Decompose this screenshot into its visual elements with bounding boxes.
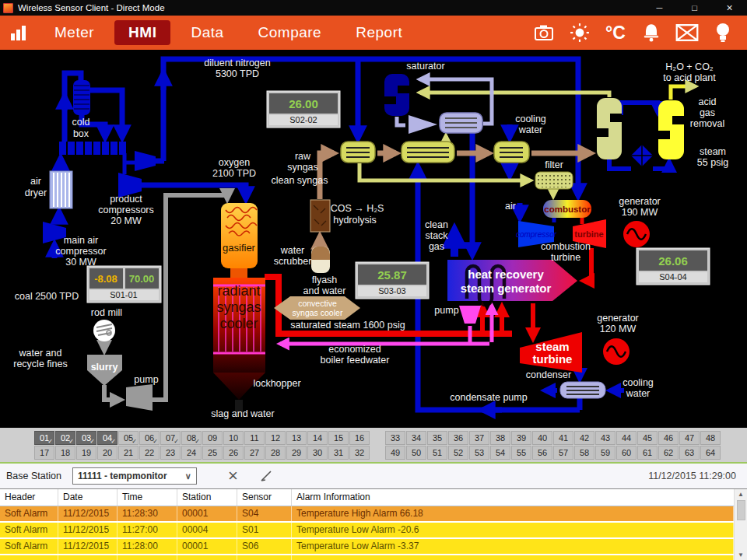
sensor-cell-58[interactable]: 58: [574, 446, 594, 460]
brightness-icon[interactable]: [566, 21, 593, 44]
sensor-cell-43[interactable]: 43: [595, 431, 615, 445]
sensor-cell-55[interactable]: 55: [511, 446, 531, 460]
sensor-cell-45[interactable]: 45: [637, 431, 658, 445]
sensor-cell-24[interactable]: 24: [181, 446, 202, 460]
alarm-row[interactable]: Soft Alarm11/12/201511:28:0000001S06Temp…: [0, 539, 734, 555]
mail-icon[interactable]: [674, 21, 700, 44]
alarm-col-header[interactable]: Sensor: [237, 489, 292, 506]
sensor-cell-60[interactable]: 60: [616, 446, 637, 460]
clear-selection-button[interactable]: ×: [228, 468, 238, 484]
sensor-cell-22[interactable]: 22: [139, 446, 160, 460]
sensor-cell-25[interactable]: 25: [202, 446, 223, 460]
vertical-scrollbar[interactable]: ▲ ▼: [734, 489, 747, 560]
sensor-cell-28[interactable]: 28: [265, 446, 286, 460]
minimize-button[interactable]: ─: [642, 0, 677, 16]
sensor-cell-12[interactable]: 12: [265, 431, 286, 445]
sensor-cell-63[interactable]: 63: [679, 446, 700, 460]
sensor-box-s03[interactable]: 25.87 S03-03: [356, 262, 429, 299]
camera-icon[interactable]: [531, 21, 557, 44]
alarm-col-header[interactable]: Header: [0, 489, 58, 506]
sensor-cell-19[interactable]: 19: [76, 446, 96, 460]
sensor-cell-01[interactable]: 01✓: [34, 431, 54, 445]
sensor-cell-51[interactable]: 51: [427, 446, 447, 460]
alarm-col-header[interactable]: Date: [58, 489, 117, 506]
menu-item-compare[interactable]: Compare: [244, 20, 336, 45]
sensor-cell-06[interactable]: 06✓: [139, 431, 160, 445]
sensor-cell-31[interactable]: 31: [328, 446, 349, 460]
edit-pencil-icon[interactable]: [258, 469, 274, 483]
sensor-cell-35[interactable]: 35: [427, 431, 447, 445]
sensor-cell-64[interactable]: 64: [700, 446, 721, 460]
sensor-cell-49[interactable]: 49: [385, 446, 405, 460]
sensor-cell-61[interactable]: 61: [637, 446, 658, 460]
base-station-dropdown[interactable]: 11111 - tempmonitor ∨: [72, 467, 197, 485]
sensor-cell-44[interactable]: 44: [616, 431, 637, 445]
sensor-cell-41[interactable]: 41: [553, 431, 573, 445]
sensor-cell-13[interactable]: 13: [286, 431, 307, 445]
sensor-cell-27[interactable]: 27: [244, 446, 265, 460]
sensor-cell-52[interactable]: 52: [448, 446, 468, 460]
alarm-bell-icon[interactable]: [638, 21, 665, 44]
sensor-cell-23[interactable]: 23: [160, 446, 181, 460]
sensor-cell-02[interactable]: 02✓: [55, 431, 75, 445]
sensor-cell-42[interactable]: 42: [574, 431, 594, 445]
sensor-cell-36[interactable]: 36: [448, 431, 468, 445]
sensor-cell-38[interactable]: 38: [490, 431, 510, 445]
sensor-cell-37[interactable]: 37: [469, 431, 489, 445]
sensor-cell-34[interactable]: 34: [406, 431, 426, 445]
sensor-cell-18[interactable]: 18: [55, 446, 75, 460]
alarm-col-header[interactable]: Alarm Information: [292, 489, 747, 506]
sensor-cell-20[interactable]: 20: [97, 446, 117, 460]
sensor-cell-07[interactable]: 07✓: [160, 431, 181, 445]
alarm-col-header[interactable]: Time: [117, 489, 177, 506]
sensor-cell-48[interactable]: 48: [700, 431, 721, 445]
sensor-cell-39[interactable]: 39: [511, 431, 531, 445]
sensor-cell-10[interactable]: 10: [223, 431, 244, 445]
sensor-cell-04[interactable]: 04✓: [97, 431, 117, 445]
sensor-cell-46[interactable]: 46: [658, 431, 679, 445]
sensor-cell-30[interactable]: 30: [307, 446, 328, 460]
sensor-cell-62[interactable]: 62: [658, 446, 679, 460]
sensor-cell-05[interactable]: 05✓: [118, 431, 139, 445]
sensor-cell-29[interactable]: 29: [286, 446, 307, 460]
lightbulb-icon[interactable]: [710, 21, 736, 44]
sensor-box-s04[interactable]: 26.06 S04-04: [637, 248, 710, 285]
sensor-box-s02[interactable]: 26.00 S02-02: [267, 91, 340, 128]
sensor-cell-08[interactable]: 08✓: [181, 431, 202, 445]
menu-item-data[interactable]: Data: [177, 20, 237, 45]
sensor-cell-21[interactable]: 21: [118, 446, 139, 460]
sensor-cell-14[interactable]: 14: [307, 431, 328, 445]
sensor-cell-15[interactable]: 15: [328, 431, 349, 445]
sensor-cell-57[interactable]: 57: [553, 446, 573, 460]
sensor-cell-09[interactable]: 09: [202, 431, 223, 445]
sensor-cell-54[interactable]: 54: [490, 446, 510, 460]
celsius-unit-icon[interactable]: °C: [602, 21, 629, 44]
close-button[interactable]: ×: [712, 0, 747, 16]
sensor-cell-32[interactable]: 32: [349, 446, 370, 460]
sensor-cell-56[interactable]: 56: [532, 446, 552, 460]
alarm-row[interactable]: Soft Alarm11/12/201511:28:3000001S04Temp…: [0, 506, 734, 523]
menu-item-meter[interactable]: Meter: [40, 20, 108, 45]
sensor-cell-59[interactable]: 59: [595, 446, 615, 460]
alarm-row[interactable]: Soft Alarm11/12/201511:27:0000004S01Temp…: [0, 523, 734, 539]
sensor-cell-47[interactable]: 47: [679, 431, 700, 445]
menu-item-hmi[interactable]: HMI: [114, 20, 170, 45]
scroll-up-icon[interactable]: ▲: [738, 489, 744, 500]
sensor-cell-26[interactable]: 26: [223, 446, 244, 460]
scroll-down-icon[interactable]: ▼: [738, 550, 744, 560]
maximize-button[interactable]: □: [677, 0, 712, 16]
sensor-cell-50[interactable]: 50: [406, 446, 426, 460]
sensor-box-s01[interactable]: -8.08 70.00 S01-01: [87, 266, 161, 303]
sensor-cell-11[interactable]: 11: [244, 431, 265, 445]
bar-chart-icon[interactable]: [9, 24, 30, 41]
sensor-cell-03[interactable]: 03✓: [76, 431, 96, 445]
sensor-cell-40[interactable]: 40: [532, 431, 552, 445]
scrollbar-thumb[interactable]: [737, 500, 745, 520]
sensor-cell-33[interactable]: 33: [385, 431, 405, 445]
alarm-row[interactable]: [0, 555, 734, 560]
sensor-cell-53[interactable]: 53: [469, 446, 489, 460]
sensor-cell-16[interactable]: 16: [349, 431, 370, 445]
alarm-col-header[interactable]: Station: [177, 489, 237, 506]
sensor-cell-17[interactable]: 17: [34, 446, 54, 460]
menu-item-report[interactable]: Report: [342, 20, 416, 45]
